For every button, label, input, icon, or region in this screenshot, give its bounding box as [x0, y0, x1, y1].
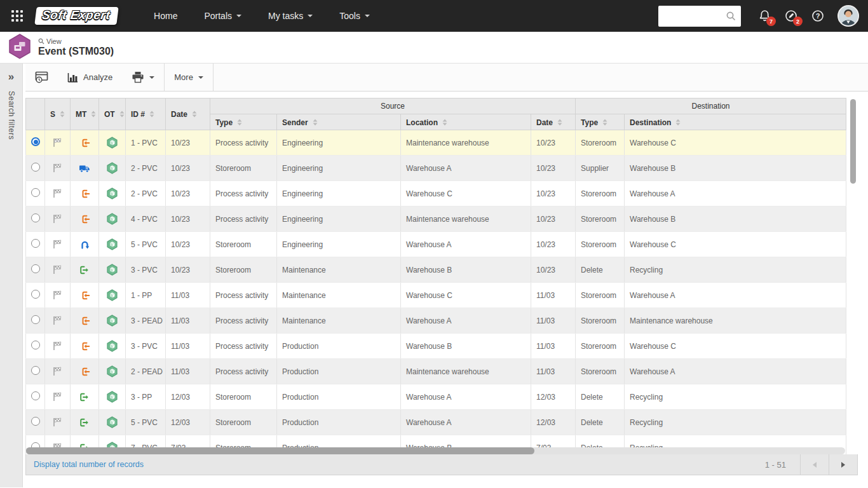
cell-sender: Production	[277, 384, 401, 410]
sort-icon[interactable]	[237, 119, 242, 126]
cell-destination: Recycling	[625, 257, 846, 283]
table-row[interactable]: 5 - PVC10/23StoreroomEngineeringWarehous…	[26, 232, 846, 257]
table-row[interactable]: 3 - PVC11/03Process activityProductionWa…	[26, 334, 846, 359]
header-object-type[interactable]: OT	[99, 98, 126, 130]
header-source-date[interactable]: Date	[531, 114, 576, 130]
help-icon: ?	[811, 9, 825, 23]
sort-icon[interactable]	[60, 111, 65, 118]
row-select-radio[interactable]	[31, 315, 40, 324]
header-sender[interactable]: Sender	[277, 114, 401, 130]
table-row[interactable]: 3 - PEAD11/03Process activityMaintenance…	[26, 308, 846, 334]
cell-destination-type: Storeroom	[576, 334, 625, 359]
header-status[interactable]: S	[45, 98, 71, 130]
cell-source-type: Process activity	[210, 359, 277, 384]
menu-home[interactable]: Home	[140, 0, 191, 32]
cell-date: 11/03	[166, 308, 210, 334]
row-select-radio[interactable]	[31, 214, 40, 222]
header-movement-type[interactable]: MT	[71, 98, 99, 130]
row-select-radio[interactable]	[31, 391, 40, 400]
row-select-radio[interactable]	[31, 188, 40, 197]
expand-filters-button[interactable]: »	[8, 71, 14, 82]
cell-location: Maintenance warehouse	[401, 359, 531, 384]
sort-icon[interactable]	[442, 119, 447, 126]
analyze-label: Analyze	[83, 72, 112, 82]
cell-id: 3 - PVC	[126, 334, 166, 359]
sort-icon[interactable]	[675, 119, 681, 126]
vertical-scrollbar-thumb[interactable]	[850, 99, 856, 184]
user-avatar[interactable]	[837, 5, 859, 27]
search-icon[interactable]	[726, 11, 736, 22]
cell-date: 11/03	[166, 359, 210, 384]
horizontal-scrollbar-thumb[interactable]	[26, 447, 534, 454]
pending-badge: 2	[793, 17, 803, 26]
view-record-button[interactable]	[25, 64, 58, 91]
table-row[interactable]: 2 - PVC10/23Process activityEngineeringW…	[26, 181, 846, 207]
header-date[interactable]: Date	[166, 98, 210, 130]
row-select-radio[interactable]	[31, 239, 40, 248]
pending-activities-button[interactable]: 2	[778, 0, 804, 32]
header-id[interactable]: ID #	[126, 98, 166, 130]
sort-icon[interactable]	[192, 111, 197, 118]
vertical-scrollbar[interactable]	[850, 99, 856, 447]
notifications-button[interactable]: 7	[751, 0, 778, 32]
cell-source-date: 11/03	[531, 334, 576, 359]
movement-entry-icon	[79, 367, 90, 377]
header-group-source: Source	[210, 98, 576, 114]
status-flag-icon	[52, 290, 63, 301]
row-select-radio[interactable]	[31, 341, 40, 349]
cell-id: 2 - PVC	[126, 156, 166, 181]
sort-icon[interactable]	[313, 119, 318, 126]
apps-grid-icon[interactable]	[9, 8, 25, 24]
bar-chart-icon	[67, 72, 78, 83]
cell-sender: Engineering	[277, 130, 401, 156]
next-page-button[interactable]	[829, 454, 857, 475]
menu-my-tasks[interactable]: My tasks	[255, 0, 326, 32]
table-row[interactable]: 3 - PP12/03StoreroomProductionWarehouse …	[26, 384, 846, 410]
previous-page-button[interactable]	[800, 454, 829, 475]
cell-source-date: 10/23	[531, 130, 576, 156]
row-select-radio[interactable]	[31, 290, 40, 299]
analyze-button[interactable]: Analyze	[58, 64, 122, 91]
horizontal-scrollbar[interactable]	[25, 447, 845, 454]
cell-destination: Warehouse A	[625, 283, 846, 308]
sort-icon[interactable]	[149, 111, 154, 118]
chevron-down-icon[interactable]	[149, 76, 154, 81]
movement-return-icon	[79, 240, 90, 250]
header-destination[interactable]: Destination	[625, 114, 846, 130]
row-select-radio[interactable]	[31, 163, 40, 172]
header-location[interactable]: Location	[401, 114, 531, 130]
menu-portals[interactable]: Portals	[191, 0, 255, 32]
row-select-radio[interactable]	[31, 366, 40, 375]
cell-sender: Engineering	[277, 232, 401, 257]
sort-icon[interactable]	[602, 119, 607, 126]
header-destination-type[interactable]: Type	[576, 114, 625, 130]
cell-source-type: Process activity	[210, 207, 277, 232]
softexpert-logo[interactable]: SoftExpert	[34, 7, 119, 25]
table-row[interactable]: 5 - PVC12/03StoreroomProductionWarehouse…	[26, 410, 846, 435]
movement-entry-icon	[79, 316, 90, 326]
view-magnifier-icon	[38, 38, 44, 44]
table-row[interactable]: 2 - PVC10/23StoreroomEngineeringWarehous…	[26, 156, 846, 181]
table-row[interactable]: 2 - PEAD11/03Process activityProductionM…	[26, 359, 846, 384]
cell-sender: Production	[277, 410, 401, 435]
sort-icon[interactable]	[91, 111, 96, 118]
row-select-radio[interactable]	[31, 264, 40, 273]
table-row[interactable]: 1 - PVC10/23Process activityEngineeringM…	[26, 130, 846, 156]
object-type-material-icon	[106, 137, 118, 149]
table-row[interactable]: 3 - PVC10/23StoreroomMaintenanceWarehous…	[26, 257, 846, 283]
sort-icon[interactable]	[557, 119, 562, 126]
menu-tools[interactable]: Tools	[326, 0, 383, 32]
help-button[interactable]: ?	[804, 0, 831, 32]
object-type-material-icon	[106, 264, 118, 276]
table-row[interactable]: 1 - PP11/03Process activityMaintenanceWa…	[26, 283, 846, 308]
global-search	[658, 6, 741, 27]
cell-destination-type: Storeroom	[576, 308, 625, 334]
print-button[interactable]	[122, 64, 164, 91]
header-source-type[interactable]: Type	[210, 114, 277, 130]
more-button[interactable]: More	[165, 64, 213, 91]
sort-icon[interactable]	[119, 111, 125, 118]
table-row[interactable]: 4 - PVC10/23Process activityEngineeringM…	[26, 207, 846, 232]
display-total-link[interactable]: Display total number of records	[26, 460, 144, 469]
row-select-radio[interactable]	[31, 417, 40, 426]
row-select-radio[interactable]	[31, 137, 40, 146]
